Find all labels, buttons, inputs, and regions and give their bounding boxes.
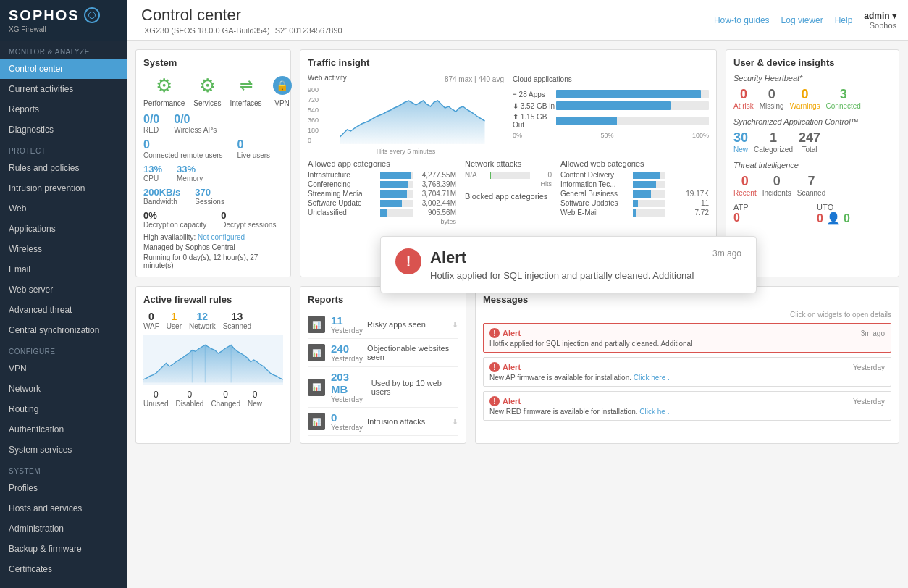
msg-link-3[interactable]: Click he .: [639, 408, 669, 416]
hb-connected: 3 Connected: [826, 87, 861, 110]
cloud-bar-in-bg: [556, 101, 709, 110]
system-stat-row-2: 0 Connected remote users 0 Live users: [143, 138, 283, 159]
sidebar-item-intrusion-prevention[interactable]: Intrusion prevention: [0, 178, 127, 198]
alert-popup[interactable]: ! Alert Hotfix applied for SQL injection…: [380, 236, 757, 293]
threat-recent-label: Recent: [733, 189, 757, 197]
msg-link-2[interactable]: Click here .: [634, 374, 670, 382]
app-cat-bar-0: [380, 172, 413, 179]
sync-categorized: 1 Categorized: [754, 130, 793, 154]
vpn-icon-item[interactable]: 🔒 VPN: [271, 74, 294, 107]
reports-panel-title: Reports: [308, 294, 458, 305]
fw-label-network: Network: [189, 322, 216, 330]
report-objectionable-desc: Objectionable websites seen: [367, 344, 458, 361]
web-cat-email: Web E-Mail 7.72: [560, 209, 709, 217]
performance-icon-item[interactable]: ⚙ Performance: [143, 74, 185, 107]
interfaces-icon: ⇌: [235, 74, 258, 97]
chart-area: [321, 86, 504, 146]
red-stat: 0/0 RED: [143, 113, 159, 134]
sidebar-item-applications[interactable]: Applications: [0, 219, 127, 239]
wireless-aps-label: Wireless APs: [174, 126, 217, 134]
device-id: S21001234567890: [275, 26, 342, 35]
sidebar-item-central-sync[interactable]: Central synchronization: [0, 320, 127, 340]
web-cat-general-business: General Business 19.17K: [560, 190, 709, 198]
live-users-label: Live users: [237, 151, 271, 159]
sidebar-item-network[interactable]: Network: [0, 379, 127, 399]
atp-label: ATP: [733, 203, 808, 211]
web-cat-bar-4: [633, 209, 665, 217]
sidebar-item-backup-firmware[interactable]: Backup & firmware: [0, 539, 127, 559]
sidebar-item-rules-policies[interactable]: Rules and policies: [0, 158, 127, 178]
sessions-value: 370: [195, 187, 224, 198]
message-item-2[interactable]: ! Alert Yesterday New AP firmware is ava…: [483, 357, 891, 387]
sidebar-item-email[interactable]: Email: [0, 259, 127, 280]
bandwidth-value: 200KB/s: [143, 187, 180, 198]
system-panel: System ⚙ Performance ⚙ Service: [135, 49, 291, 277]
cloud-bar-out-label: ⬆ 1.15 GB Out: [513, 113, 556, 129]
interfaces-icon-item[interactable]: ⇌ Interfaces: [230, 74, 262, 107]
admin-name[interactable]: admin ▾: [864, 11, 896, 21]
sidebar-item-control-center[interactable]: Control center: [0, 59, 127, 79]
sidebar-item-web-server[interactable]: Web server: [0, 280, 127, 300]
traffic-panel-title: Traffic insight: [308, 57, 709, 68]
threat-scanned-label: Scanned: [797, 189, 825, 197]
sync-app-label: Synchronized Application Control™: [733, 117, 891, 126]
messages-panel: Messages Click on widgets to open detail…: [475, 286, 899, 444]
hb-at-risk: 0 At risk: [733, 87, 754, 110]
hb-missing-label: Missing: [760, 102, 784, 110]
admin-org: Sophos: [870, 21, 896, 30]
message-item-3[interactable]: ! Alert Yesterday New RED firmware is av…: [483, 391, 891, 421]
device-model: XG230 (SFOS 18.0.0 GA-Build354): [144, 26, 270, 35]
fw-bottom-stats: 0 Unused 0 Disabled 0 Changed 0: [143, 390, 283, 408]
how-to-guides-link[interactable]: How-to guides: [714, 15, 770, 25]
sidebar-item-administration[interactable]: Administration: [0, 518, 127, 539]
message-item-1[interactable]: ! Alert 3m ago Hotfix applied for SQL in…: [483, 323, 891, 353]
sidebar-item-web[interactable]: Web: [0, 198, 127, 219]
sidebar-item-system-services[interactable]: System services: [0, 440, 127, 460]
sidebar-item-current-activities[interactable]: Current activities: [0, 79, 127, 99]
log-viewer-link[interactable]: Log viewer: [781, 15, 823, 25]
fw-bs-changed-label: Changed: [211, 400, 240, 408]
msg-title-2: ! Alert: [489, 362, 521, 372]
sidebar-item-hosts-services[interactable]: Hosts and services: [0, 498, 127, 518]
report-item-intrusion[interactable]: 📊 0 Yesterday Intrusion attacks ⬇: [308, 408, 458, 436]
cloud-bar-apps-fill: [556, 90, 701, 98]
network-attacks: Network attacks N/A 0 Hits Blocked app c…: [465, 159, 552, 225]
sidebar-item-routing[interactable]: Routing: [0, 399, 127, 419]
report-item-risky[interactable]: 📊 11 Yesterday Risky apps seen ⬇: [308, 311, 458, 339]
app-cat-name-0: Infrastructure: [308, 171, 380, 179]
memory-value: 33%: [177, 164, 203, 175]
app-cat-val-1: 3,768.39M: [413, 180, 456, 188]
fw-bs-unused-value: 0: [143, 390, 168, 400]
report-item-objectionable[interactable]: 📊 240 Yesterday Objectionable websites s…: [308, 339, 458, 367]
fw-label-waf: WAF: [143, 322, 159, 330]
cpu-stat: 13% CPU: [143, 164, 162, 182]
heartbeat-section: Security Heartbeat* 0 At risk 0 Missing: [733, 74, 891, 110]
app-cat-software-update: Software Update 3,002.44M: [308, 199, 456, 207]
sidebar-item-certificates[interactable]: Certificates: [0, 559, 127, 579]
app-cat-infrastructure: Infrastructure 4,277.55M: [308, 171, 456, 179]
cloud-bar-out-bg: [556, 117, 709, 125]
report-item-web-users[interactable]: 📊 203 MB Yesterday Used by top 10 web us…: [308, 367, 458, 408]
app-cat-bar-3: [380, 200, 413, 207]
sidebar-item-vpn[interactable]: VPN: [0, 358, 127, 379]
sidebar-item-profiles[interactable]: Profiles: [0, 478, 127, 498]
sidebar-item-wireless[interactable]: Wireless: [0, 239, 127, 259]
vpn-icon: 🔒: [271, 74, 294, 97]
help-link[interactable]: Help: [835, 15, 853, 25]
threat-intel-section: Threat intelligence 0 Recent 0 Incidents: [733, 161, 891, 197]
user-device-panel-title: User & device insights: [733, 57, 891, 68]
decrypt-sess-value: 0: [221, 210, 276, 221]
services-icon-item[interactable]: ⚙ Services: [193, 74, 221, 107]
services-gear-icon: ⚙: [199, 75, 216, 97]
ha-value-link[interactable]: Not configured: [198, 233, 245, 241]
sidebar-item-advanced-threat[interactable]: Advanced threat: [0, 300, 127, 320]
sidebar-item-diagnostics[interactable]: Diagnostics: [0, 119, 127, 140]
sidebar-item-reports[interactable]: Reports: [0, 99, 127, 119]
traffic-top-grid: Web activity 874 max | 440 avg 900720540…: [308, 74, 709, 155]
cloud-bar-in: ⬇ 3.52 GB in: [513, 101, 709, 110]
threat-recent-value: 0: [733, 174, 757, 189]
wireless-aps-stat: 0/0 Wireless APs: [174, 113, 217, 134]
web-activity-label: Web activity: [308, 74, 347, 82]
decrypt-cap-stat: 0% Decryption capacity: [143, 210, 206, 229]
sidebar-item-authentication[interactable]: Authentication: [0, 419, 127, 440]
